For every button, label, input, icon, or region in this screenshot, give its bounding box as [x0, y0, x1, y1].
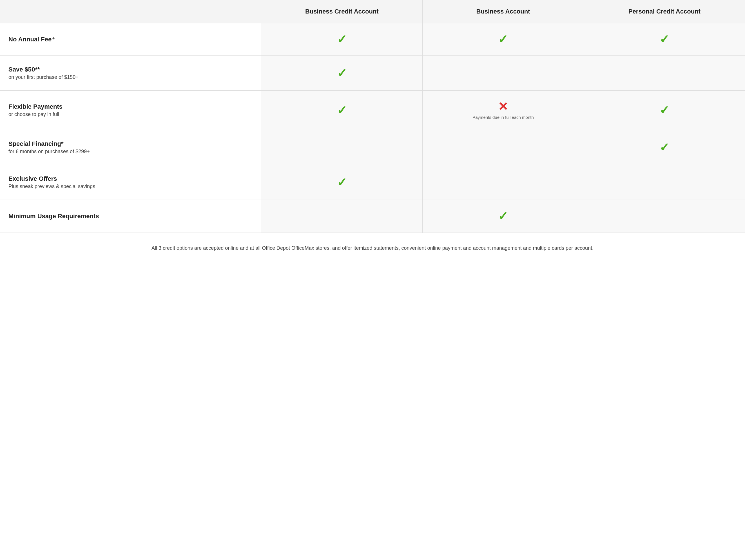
- cell-minimum-usage-col2: [261, 200, 423, 233]
- checkmark-icon: ✓: [337, 176, 347, 189]
- cell-flexible-payments-col4: ✓: [584, 91, 745, 130]
- checkmark-icon: ✓: [337, 33, 347, 46]
- cell-save-50-col4: [584, 56, 745, 91]
- cell-flexible-payments-col3: ✕Payments due in full each month: [423, 91, 584, 130]
- header-business-account: Business Account: [423, 0, 584, 23]
- feature-main-text: Save $50**: [8, 66, 253, 73]
- checkmark-icon: ✓: [498, 209, 508, 223]
- feature-label-flexible-payments: Flexible Paymentsor choose to pay in ful…: [0, 91, 261, 130]
- feature-sub-text: on your first purchase of $150+: [8, 74, 253, 80]
- cell-no-annual-fee-col4: ✓: [584, 23, 745, 56]
- header-row: Business Credit Account Business Account…: [0, 0, 745, 23]
- feature-label-minimum-usage: Minimum Usage Requirements: [0, 200, 261, 233]
- row-minimum-usage: Minimum Usage Requirements✓: [0, 200, 745, 233]
- cell-exclusive-offers-col3: [423, 165, 584, 200]
- cell-exclusive-offers-col4: [584, 165, 745, 200]
- comparison-table: Business Credit Account Business Account…: [0, 0, 745, 233]
- cell-minimum-usage-col4: [584, 200, 745, 233]
- cell-special-financing-col4: ✓: [584, 130, 745, 165]
- checkmark-icon: ✓: [659, 33, 669, 46]
- feature-sub-text: for 6 months on purchases of $299+: [8, 149, 253, 155]
- row-save-50: Save $50**on your first purchase of $150…: [0, 56, 745, 91]
- checkmark-icon: ✓: [659, 104, 669, 117]
- empty-cell: [659, 176, 670, 188]
- feature-label-save-50: Save $50**on your first purchase of $150…: [0, 56, 261, 91]
- checkmark-icon: ✓: [337, 104, 347, 117]
- cross-icon: ✕: [498, 100, 508, 113]
- feature-main-text: No Annual Fee⁺: [8, 36, 253, 43]
- cell-no-annual-fee-col3: ✓: [423, 23, 584, 56]
- empty-cell: [336, 141, 348, 153]
- checkmark-icon: ✓: [659, 141, 669, 154]
- row-no-annual-fee: No Annual Fee⁺✓✓✓: [0, 23, 745, 56]
- empty-cell: [497, 176, 509, 188]
- feature-label-no-annual-fee: No Annual Fee⁺: [0, 23, 261, 56]
- feature-sub-text: Plus sneak previews & special savings: [8, 184, 253, 190]
- empty-cell: [497, 141, 509, 153]
- empty-cell: [336, 210, 348, 221]
- cell-flexible-payments-col2: ✓: [261, 91, 423, 130]
- cell-note: Payments due in full each month: [431, 115, 575, 120]
- feature-main-text: Special Financing*: [8, 140, 253, 147]
- feature-main-text: Flexible Payments: [8, 103, 253, 110]
- cell-special-financing-col3: [423, 130, 584, 165]
- feature-main-text: Minimum Usage Requirements: [8, 212, 253, 220]
- cell-special-financing-col2: [261, 130, 423, 165]
- cell-minimum-usage-col3: ✓: [423, 200, 584, 233]
- row-flexible-payments: Flexible Paymentsor choose to pay in ful…: [0, 91, 745, 130]
- cell-save-50-col2: ✓: [261, 56, 423, 91]
- row-exclusive-offers: Exclusive OffersPlus sneak previews & sp…: [0, 165, 745, 200]
- feature-label-exclusive-offers: Exclusive OffersPlus sneak previews & sp…: [0, 165, 261, 200]
- feature-main-text: Exclusive Offers: [8, 175, 253, 183]
- cell-save-50-col3: [423, 56, 584, 91]
- empty-cell: [659, 210, 670, 221]
- header-personal-credit: Personal Credit Account: [584, 0, 745, 23]
- footer-note: All 3 credit options are accepted online…: [0, 233, 745, 264]
- row-special-financing: Special Financing*for 6 months on purcha…: [0, 130, 745, 165]
- feature-sub-text: or choose to pay in full: [8, 111, 253, 118]
- cell-no-annual-fee-col2: ✓: [261, 23, 423, 56]
- checkmark-icon: ✓: [337, 66, 347, 80]
- checkmark-icon: ✓: [498, 33, 508, 46]
- header-feature-col: [0, 0, 261, 23]
- empty-cell: [659, 67, 670, 78]
- cell-exclusive-offers-col2: ✓: [261, 165, 423, 200]
- empty-cell: [497, 67, 509, 78]
- feature-label-special-financing: Special Financing*for 6 months on purcha…: [0, 130, 261, 165]
- header-business-credit: Business Credit Account: [261, 0, 423, 23]
